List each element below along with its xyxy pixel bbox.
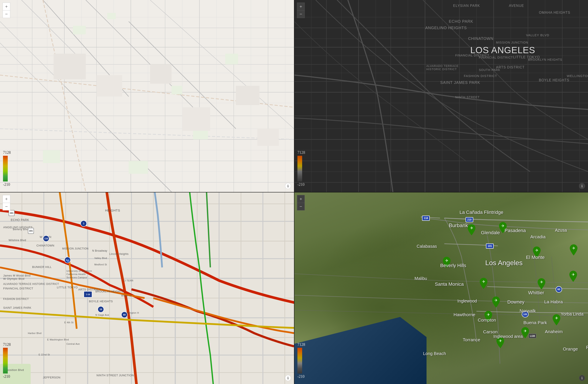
svg-rect-56 — [150, 64, 171, 84]
svg-text:✈: ✈ — [572, 273, 575, 277]
br-airport-6[interactable]: ✈ — [479, 278, 488, 289]
svg-rect-59 — [257, 129, 279, 146]
br-airport-12[interactable]: ✈ — [496, 337, 505, 348]
bl-shield-110: 110 — [43, 235, 49, 242]
bl-shield-510: 5·10 — [84, 291, 92, 298]
svg-rect-57 — [182, 107, 210, 131]
tl-zoom-in[interactable]: + — [2, 2, 10, 10]
br-airport-3[interactable]: ✈ — [442, 257, 451, 268]
tr-legend-bar — [297, 156, 302, 181]
br-zoom-controls[interactable]: + − — [297, 195, 305, 211]
tr-legend-max: 7128 — [297, 150, 305, 155]
tr-legend-min: -210 — [297, 182, 305, 187]
tr-info-button[interactable]: ℹ — [579, 183, 585, 189]
svg-text:✈: ✈ — [501, 224, 504, 228]
br-legend-bar — [297, 348, 302, 373]
tl-legend-min: -210 — [3, 182, 10, 187]
light-map-svg — [0, 0, 294, 192]
br-legend-min: -210 — [297, 374, 305, 379]
svg-text:✈: ✈ — [499, 339, 502, 343]
br-airport-2[interactable]: ✈ — [498, 222, 508, 233]
tr-zoom-in[interactable]: + — [297, 2, 305, 10]
br-shield-118: 118 — [422, 215, 430, 221]
svg-rect-51 — [43, 150, 60, 163]
tl-zoom-out[interactable]: − — [2, 10, 10, 18]
bl-legend-bar — [3, 348, 8, 373]
br-legend: 7128 -210 — [297, 342, 305, 379]
svg-rect-50 — [225, 54, 238, 64]
svg-text:✈: ✈ — [487, 313, 490, 317]
br-shield-210: 210 — [465, 217, 473, 222]
br-airport-8[interactable]: ✈ — [491, 297, 501, 308]
br-shield-60: 60 — [556, 286, 562, 293]
svg-text:✈: ✈ — [470, 226, 473, 230]
br-zoom-out[interactable]: − — [297, 203, 305, 211]
svg-rect-48 — [107, 13, 116, 19]
bottom-left-map: HEIGHTS ECHO PARK ANGELINO HEIGHTS Bever… — [0, 192, 294, 384]
bl-zoom-controls[interactable]: + − — [2, 195, 10, 211]
bl-legend-max: 7128 — [3, 342, 11, 347]
top-left-map: + − 7128 -210 ℹ — [0, 0, 294, 192]
svg-rect-55 — [97, 75, 122, 97]
tr-zoom-controls[interactable]: + − — [297, 2, 305, 18]
tl-zoom-controls[interactable]: + − — [2, 2, 10, 18]
bl-legend-min: -210 — [3, 374, 10, 379]
svg-rect-60 — [294, 0, 588, 192]
top-right-map: Elysian Park AVENUE OMAHA HEIGHTS ECHO P… — [294, 0, 588, 192]
bottom-right-map: La Cañada Flintridge Burbank Glendale Pa… — [294, 192, 588, 384]
br-airport-13[interactable]: ✈ — [568, 271, 578, 282]
traffic-map-svg — [0, 192, 294, 384]
svg-text:✈: ✈ — [445, 258, 448, 263]
svg-text:✈: ✈ — [555, 316, 558, 320]
bl-shield-5: 5 — [80, 220, 87, 227]
svg-rect-54 — [54, 54, 86, 79]
svg-text:✈: ✈ — [495, 298, 498, 302]
br-zoom-in[interactable]: + — [297, 195, 305, 203]
bl-shield-usc-marker: U — [66, 259, 70, 262]
svg-rect-58 — [236, 86, 259, 105]
br-airport-10[interactable]: ✈ — [552, 314, 561, 325]
tr-legend: 7128 -210 — [297, 150, 305, 187]
svg-rect-47 — [73, 26, 86, 34]
bl-shield-60: 60 — [121, 312, 127, 318]
bl-shield-101b: 101 — [28, 228, 34, 234]
svg-text:✈: ✈ — [535, 248, 538, 253]
tl-legend-bar — [3, 156, 8, 181]
br-shield-105: 105 — [522, 311, 529, 318]
tl-legend-max: 7128 — [3, 150, 11, 155]
tr-zoom-out[interactable]: − — [297, 10, 305, 18]
br-airport-11[interactable]: ✈ — [521, 327, 530, 338]
br-shield-101: 101 — [486, 243, 494, 249]
bl-shield-101a: 101 — [9, 210, 15, 216]
tl-info-button[interactable]: ℹ — [285, 183, 291, 189]
svg-rect-53 — [129, 161, 148, 174]
br-airport-5[interactable]: ✈ — [569, 244, 578, 256]
tl-legend: 7128 -210 — [3, 150, 11, 187]
br-airport-7[interactable]: ✈ — [537, 278, 546, 289]
br-legend-max: 7128 — [297, 342, 305, 347]
dark-map-svg — [294, 0, 588, 192]
bl-info-button[interactable]: ℹ — [285, 375, 291, 381]
bl-shield-10: 10 — [98, 306, 104, 313]
br-airport-1[interactable]: ✈ — [467, 224, 476, 235]
bl-zoom-out[interactable]: − — [2, 203, 10, 211]
br-airport-4[interactable]: ✈ — [532, 247, 542, 258]
svg-text:✈: ✈ — [482, 279, 485, 284]
br-info-button[interactable]: ℹ — [579, 375, 585, 381]
br-airport-9[interactable]: ✈ — [483, 311, 493, 322]
svg-text:✈: ✈ — [540, 280, 543, 284]
svg-text:✈: ✈ — [572, 246, 575, 250]
bl-legend: 7128 -210 — [3, 342, 11, 379]
svg-rect-49 — [171, 86, 182, 94]
svg-text:✈: ✈ — [524, 329, 527, 333]
bl-zoom-in[interactable]: + — [2, 195, 10, 203]
